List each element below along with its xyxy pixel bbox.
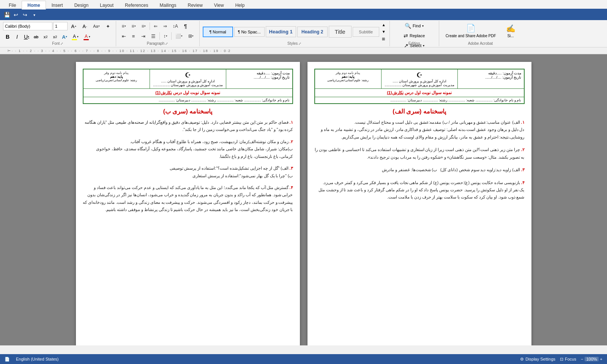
display-settings-button[interactable]: ⚙ Display Settings: [520, 357, 555, 362]
align-left-button[interactable]: ⇤: [119, 32, 129, 41]
sort-button[interactable]: ↕A: [170, 22, 181, 31]
left-answer-1: ۱. فضای حاکم بر متن:این متن بیشتر فضایی …: [83, 119, 293, 134]
right-exam-date: تاریخ آزمون: ..../..../......: [460, 75, 522, 79]
adobe-group-label: Adobe Acrobat: [468, 41, 493, 46]
adobe-sign-icon: ✍: [506, 24, 516, 33]
font-size-input[interactable]: [53, 22, 68, 30]
bullets-button[interactable]: ≡▾: [119, 22, 129, 31]
italic-button[interactable]: I: [13, 32, 22, 41]
left-subject: رشته: علوم انسانی/تجربی/ریاضی: [86, 79, 148, 82]
multilevel-list-button[interactable]: ≡▾: [139, 22, 148, 31]
styles-scroll-down[interactable]: ▼: [381, 29, 386, 35]
adobe-pdf-icon: 📄: [466, 24, 476, 33]
find-button[interactable]: 🔍 Find ▾: [402, 22, 426, 30]
left-answer-2: ۲. زمان و مکان نوشته‌الف)زمان: اردیبهشت،…: [83, 138, 293, 160]
right-logo: ☪: [385, 71, 454, 79]
tab-home[interactable]: Home: [22, 1, 46, 9]
font-dialog-launcher[interactable]: ⤢: [60, 42, 63, 46]
right-subject: رشته: علوم انسانی/تجربی/ریاضی: [317, 79, 379, 82]
qat-dropdown[interactable]: ▾: [30, 11, 38, 19]
left-exam-duration: مدت آزمون: .....دقیقه: [229, 71, 290, 75]
font-name-input[interactable]: Calibri (Body): [3, 22, 52, 30]
font-color-button[interactable]: A ▾: [81, 32, 93, 41]
font-shrink-button[interactable]: A-: [80, 22, 90, 31]
strikethrough-button[interactable]: ab: [32, 32, 41, 41]
left-exam-date: تاریخ آزمون: ..../..../......: [229, 75, 290, 79]
tab-references[interactable]: References: [119, 1, 154, 9]
right-answer-4: ۴. بازنویسی ساده حکایت یونس (ع):حضرت یون…: [314, 179, 525, 201]
zoom-out-icon: −: [581, 357, 583, 361]
ribbon-tabs: File Home Insert Design Layout Reference…: [0, 0, 607, 9]
right-exam-duration: مدت آزمون: .....دقیقه: [460, 71, 522, 75]
subscript-button[interactable]: x2: [41, 32, 50, 41]
style-no-space[interactable]: ¶ No Spac...: [234, 27, 265, 37]
language-status[interactable]: English (United States): [16, 357, 59, 361]
undo-button[interactable]: ↩: [12, 11, 20, 19]
paragraph-group-label: Paragraph: [147, 41, 165, 46]
statusbar: 📄 English (United States) ⚙ Display Sett…: [0, 354, 607, 364]
left-district: مدیریت آموزش و پرورش شهرستان ...........…: [153, 83, 223, 87]
highlight-color-button[interactable]: A ▾: [69, 32, 81, 41]
style-normal[interactable]: ¶ Normal: [203, 27, 233, 37]
replace-button[interactable]: ⇄ Replace: [401, 32, 427, 40]
paragraph-dialog-launcher[interactable]: ⤢: [165, 42, 168, 46]
shading-button[interactable]: ⬜▾: [173, 32, 185, 41]
show-hide-button[interactable]: ¶: [181, 22, 190, 31]
style-heading1[interactable]: Heading 1: [266, 26, 296, 37]
style-heading2[interactable]: Heading 2: [297, 27, 328, 37]
font-group-label: Font ⤢: [0, 41, 116, 46]
decrease-indent-button[interactable]: ⇐: [151, 22, 160, 31]
focus-icon: ⊡: [560, 357, 563, 362]
right-answer-title: پاسخنامه (سری الف): [314, 108, 525, 115]
style-subtitle[interactable]: Subtitle: [353, 27, 379, 37]
redo-button[interactable]: ↪: [21, 11, 29, 19]
underline-button[interactable]: U▾: [22, 32, 31, 41]
right-grade: پایه: دهم: [317, 75, 379, 79]
align-center-button[interactable]: ≡: [129, 32, 138, 41]
left-answer-title: پاسخنامه (سری ب): [83, 108, 293, 115]
right-answer-2: ۲. چرا متن زیر ذهنی است؟این متن ذهنی است…: [314, 146, 525, 161]
left-footer-info: نام و نام خانوادگی: ................... …: [86, 98, 290, 102]
right-answer-3: ۳. الف) زاویه دید:زاویه دید سوم شخص (دان…: [314, 166, 525, 173]
superscript-button[interactable]: x2: [50, 32, 60, 41]
tab-mailings[interactable]: Mailings: [154, 1, 182, 9]
left-org: اداره کل آموزش و پرورش استان ......: [153, 79, 223, 83]
zoom-in-icon: +: [600, 357, 602, 361]
tab-insert[interactable]: Insert: [46, 1, 69, 9]
right-footer-info: نام و نام خانوادگی: ................... …: [317, 98, 522, 102]
right-district: مدیریت آموزش و پرورش شهرستان ...........…: [385, 83, 454, 87]
increase-indent-button[interactable]: ⇒: [161, 22, 170, 31]
numbering-button[interactable]: ≡▾: [129, 22, 139, 31]
right-org: اداره کل آموزش و پرورش استان ......: [385, 79, 454, 83]
justify-button[interactable]: ☰: [148, 32, 158, 41]
left-answer-3: ۳. الف) "گل از چه اجزایی تشکیل‌شده است؟"…: [83, 165, 293, 180]
replace-icon: ⇄: [404, 33, 408, 39]
adobe-sign-button[interactable]: ✍ Si...: [503, 22, 519, 40]
tab-file[interactable]: File: [3, 1, 22, 9]
line-spacing-button[interactable]: ↕▾: [161, 32, 170, 41]
page-indicator: 📄: [5, 357, 10, 362]
styles-more[interactable]: ⊞: [381, 36, 386, 42]
tab-view[interactable]: View: [208, 1, 230, 9]
bold-button[interactable]: B: [3, 32, 12, 41]
save-button[interactable]: 💾: [3, 11, 11, 19]
tab-review[interactable]: Review: [182, 1, 208, 9]
styles-dialog-launcher[interactable]: ⤢: [298, 42, 301, 46]
borders-button[interactable]: ⊞▾: [186, 32, 196, 41]
change-case-button[interactable]: Aa▾: [90, 22, 102, 31]
left-title: نمونه سوال نوبت اول درس نکارش(1): [87, 90, 289, 95]
right-answer-1: ۱. الف) عنوان مناسب:عشق و مهربانی مادر /…: [314, 119, 525, 141]
style-title[interactable]: Title: [329, 26, 352, 38]
tab-design[interactable]: Design: [69, 1, 94, 9]
align-right-button[interactable]: ⇥: [139, 32, 148, 41]
zoom-control[interactable]: − 100% +: [581, 357, 602, 361]
editing-group-label: Editing: [408, 41, 420, 46]
tab-help[interactable]: Help: [230, 1, 251, 9]
adobe-create-share-button[interactable]: 📄 Create and Share Adobe PDF: [442, 22, 500, 40]
tab-layout[interactable]: Layout: [94, 1, 119, 9]
font-grow-button[interactable]: A+: [68, 22, 79, 31]
styles-scroll-up[interactable]: ▲: [381, 22, 386, 28]
text-effects-button[interactable]: A▾: [60, 32, 69, 41]
clear-format-button[interactable]: ✦: [103, 22, 113, 31]
focus-button[interactable]: ⊡ Focus: [560, 357, 576, 362]
